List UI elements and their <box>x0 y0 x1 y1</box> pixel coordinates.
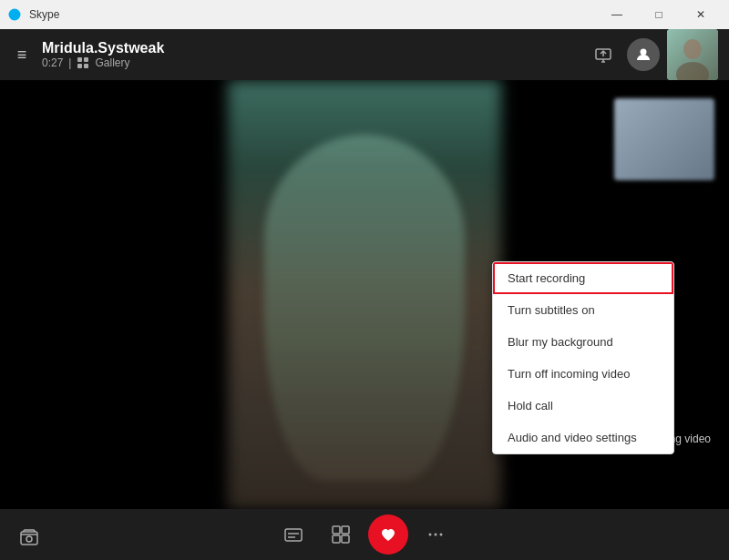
caller-name: Mridula.Systweak <box>42 40 164 56</box>
skype-icon <box>7 7 22 22</box>
svg-rect-17 <box>342 535 349 543</box>
svg-point-18 <box>429 534 432 536</box>
context-menu: Start recording Turn subtitles on Blur m… <box>492 261 674 454</box>
video-area: Start recording Turn subtitles on Blur m… <box>0 80 729 509</box>
svg-point-20 <box>440 534 443 536</box>
screen-share-button[interactable] <box>587 38 620 71</box>
maximize-button[interactable]: □ <box>638 0 680 29</box>
svg-rect-9 <box>21 532 37 545</box>
svg-rect-1 <box>84 57 88 62</box>
header-right <box>587 29 718 80</box>
svg-rect-3 <box>84 64 88 68</box>
screenshot-icon <box>18 527 40 549</box>
switch-layout-button[interactable] <box>321 514 361 555</box>
title-bar: Skype — □ ✕ <box>0 0 729 29</box>
hold-call-item[interactable]: Hold call <box>493 390 673 422</box>
header-left: ≡ Mridula.Systweak 0:27 | Gallery <box>11 40 164 69</box>
bottom-toolbar <box>0 509 729 560</box>
turn-subtitles-item[interactable]: Turn subtitles on <box>493 294 673 326</box>
svg-point-5 <box>641 49 647 56</box>
main-area: ≡ Mridula.Systweak 0:27 | Gallery <box>0 29 729 560</box>
start-recording-item[interactable]: Start recording <box>493 262 673 294</box>
avatar-image <box>667 29 718 80</box>
svg-point-7 <box>683 39 702 59</box>
close-button[interactable]: ✕ <box>680 0 722 29</box>
gallery-label: Gallery <box>95 56 129 69</box>
screen-share-icon <box>594 46 612 64</box>
heart-icon <box>379 525 397 544</box>
title-bar-title: Skype <box>29 8 59 21</box>
svg-point-10 <box>26 536 32 542</box>
pip-video <box>614 98 714 180</box>
blur-background-item[interactable]: Blur my background <box>493 326 673 358</box>
call-header: ≡ Mridula.Systweak 0:27 | Gallery <box>0 29 729 80</box>
participants-button[interactable] <box>627 38 660 71</box>
turn-off-incoming-item[interactable]: Turn off incoming video <box>493 358 673 390</box>
svg-point-19 <box>435 534 437 536</box>
call-timer: 0:27 <box>42 56 63 69</box>
more-options-button[interactable] <box>416 514 456 555</box>
gallery-icon <box>77 56 89 69</box>
svg-rect-14 <box>333 526 340 534</box>
svg-rect-2 <box>77 64 82 68</box>
avatar-thumbnail <box>667 29 718 80</box>
meta-separator: | <box>68 56 71 69</box>
switch-layout-icon <box>331 524 351 545</box>
captions-button[interactable] <box>273 514 313 555</box>
svg-rect-0 <box>77 57 82 62</box>
audio-video-settings-item[interactable]: Audio and video settings <box>493 422 673 453</box>
title-bar-left: Skype <box>7 7 59 22</box>
svg-rect-15 <box>342 526 349 534</box>
svg-rect-11 <box>285 529 302 541</box>
title-bar-controls: — □ ✕ <box>596 0 722 29</box>
screenshot-button[interactable] <box>15 524 44 553</box>
call-meta: 0:27 | Gallery <box>42 56 164 69</box>
video-person-shape <box>264 135 465 481</box>
end-call-button[interactable] <box>368 514 408 555</box>
header-info: Mridula.Systweak 0:27 | Gallery <box>42 40 164 69</box>
captions-icon <box>283 524 303 545</box>
minimize-button[interactable]: — <box>596 0 638 29</box>
hamburger-menu-icon[interactable]: ≡ <box>11 46 33 65</box>
more-icon <box>426 525 445 544</box>
people-icon <box>635 46 652 63</box>
svg-rect-16 <box>333 535 340 543</box>
